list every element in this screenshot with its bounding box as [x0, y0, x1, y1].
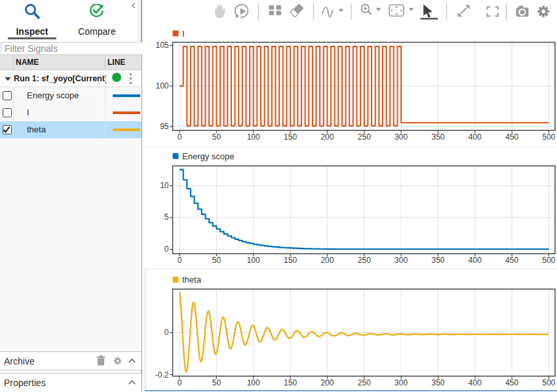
svg-text:100: 100 — [155, 81, 168, 90]
svg-text:400: 400 — [469, 378, 482, 387]
svg-text:300: 300 — [394, 132, 408, 142]
svg-text:400: 400 — [469, 256, 482, 265]
svg-text:0: 0 — [178, 132, 182, 142]
svg-text:I: I — [182, 29, 185, 39]
svg-text:100: 100 — [247, 256, 260, 265]
svg-text:0: 0 — [178, 378, 182, 387]
svg-text:50: 50 — [212, 256, 221, 265]
svg-text:105: 105 — [155, 41, 168, 50]
svg-text:100: 100 — [247, 132, 260, 142]
svg-text:350: 350 — [431, 256, 444, 265]
svg-text:250: 250 — [358, 256, 371, 265]
svg-text:theta: theta — [182, 275, 202, 284]
svg-text:500: 500 — [542, 256, 555, 265]
svg-text:95: 95 — [160, 122, 169, 131]
svg-text:150: 150 — [284, 256, 297, 265]
svg-text:250: 250 — [358, 378, 371, 387]
svg-text:100: 100 — [247, 378, 260, 387]
svg-text:0: 0 — [164, 328, 169, 337]
svg-text:250: 250 — [358, 132, 371, 142]
svg-text:500: 500 — [542, 132, 555, 142]
svg-text:50: 50 — [212, 132, 221, 142]
svg-text:300: 300 — [394, 378, 408, 387]
svg-text:150: 150 — [284, 132, 297, 142]
svg-text:200: 200 — [320, 256, 334, 265]
svg-text:0: 0 — [178, 256, 182, 265]
svg-text:Energy scope: Energy scope — [182, 151, 235, 161]
svg-text:500: 500 — [542, 378, 555, 387]
svg-text:-0.2: -0.2 — [155, 370, 169, 380]
svg-text:350: 350 — [431, 132, 444, 142]
svg-text:200: 200 — [320, 378, 334, 387]
svg-text:5: 5 — [164, 212, 169, 222]
svg-text:0: 0 — [164, 245, 169, 254]
svg-text:450: 450 — [505, 132, 518, 142]
svg-text:300: 300 — [394, 256, 408, 265]
svg-text:50: 50 — [212, 378, 221, 387]
svg-text:350: 350 — [431, 378, 444, 387]
svg-text:450: 450 — [505, 378, 518, 387]
svg-text:10: 10 — [160, 181, 169, 190]
svg-text:200: 200 — [320, 132, 334, 142]
svg-text:150: 150 — [284, 378, 297, 387]
svg-text:450: 450 — [505, 256, 518, 265]
svg-text:400: 400 — [469, 132, 482, 142]
